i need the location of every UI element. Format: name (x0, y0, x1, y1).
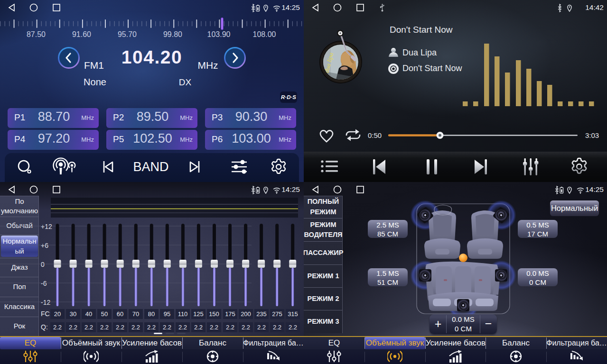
svg-text:0:50: 0:50 (368, 131, 382, 139)
svg-text:14:25: 14:25 (585, 185, 604, 193)
svg-text:14:42: 14:42 (585, 3, 604, 11)
svg-text:14:25: 14:25 (281, 3, 300, 11)
svg-text:BAND: BAND (133, 160, 168, 174)
